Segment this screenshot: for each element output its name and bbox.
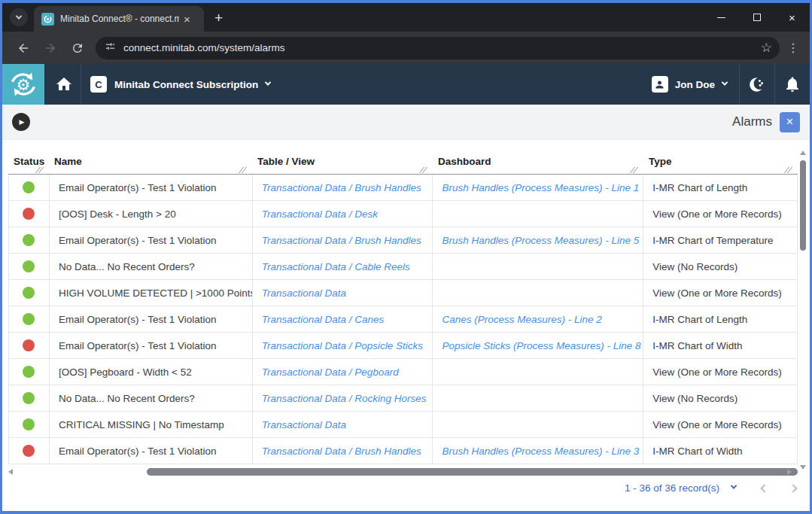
table-row[interactable]: Email Operator(s) - Test 1 Violation Tra… (8, 175, 798, 201)
status-dot (23, 392, 35, 404)
page-toolbar: ▶ Alarms × (2, 105, 810, 140)
table-view-link[interactable]: Transactional Data (262, 287, 346, 299)
alarm-type: I-MR Chart of Length (643, 175, 798, 200)
dashboard-cell (433, 254, 643, 279)
horizontal-scrollbar[interactable] (2, 467, 798, 476)
scroll-up-arrow-icon[interactable] (800, 151, 806, 155)
table-view-link[interactable]: Transactional Data / Brush Handles (262, 182, 421, 193)
dashboard-link[interactable]: Brush Handles (Process Measures) - Line … (442, 235, 639, 246)
horizontal-scrollbar-thumb[interactable] (147, 468, 798, 476)
browser-menu-icon[interactable]: ⋮ (784, 41, 802, 55)
alarm-type: View (One or More Records) (643, 201, 798, 227)
table-view-link[interactable]: Transactional Data (262, 419, 346, 430)
alarm-name: CRITICAL MISSING | No Timestamp (50, 412, 253, 437)
scroll-left-arrow-icon[interactable] (8, 469, 13, 475)
vertical-scrollbar[interactable] (798, 151, 808, 470)
vertical-scrollbar-thumb[interactable] (800, 160, 806, 251)
column-label: Name (54, 156, 82, 167)
dashboard-link[interactable]: Popsicle Sticks (Process Measures) - Lin… (442, 340, 640, 351)
table-row[interactable]: [OOS] Pegboard - Width < 52 Transactiona… (8, 359, 798, 385)
new-tab-button[interactable]: + (214, 11, 223, 25)
dashboard-link[interactable]: Brush Handles (Process Measures) - Line … (442, 182, 639, 193)
column-header-dashboard[interactable]: Dashboard (433, 156, 643, 174)
reload-button[interactable] (67, 38, 88, 59)
column-label: Status (14, 156, 44, 167)
column-header-table-view[interactable]: Table / View (252, 156, 433, 174)
dashboard-link[interactable]: Canes (Process Measures) - Line 2 (442, 314, 601, 325)
tab-close-icon[interactable]: × (184, 14, 190, 25)
close-alarms-button[interactable]: × (780, 112, 800, 132)
bookmark-star-icon[interactable]: ☆ (761, 40, 772, 56)
user-menu[interactable]: Jon Doe (640, 64, 739, 105)
dashboard-cell: Brush Handles (Process Measures) - Line … (433, 438, 643, 464)
status-dot (23, 208, 35, 220)
chevron-down-icon[interactable] (265, 79, 271, 85)
scroll-down-arrow-icon[interactable] (800, 465, 806, 470)
status-dot (23, 418, 35, 430)
table-row[interactable]: CRITICAL MISSING | No Timestamp Transact… (8, 412, 798, 438)
column-header-name[interactable]: Name (49, 156, 252, 174)
table-view-link[interactable]: Transactional Data / Cable Reels (262, 261, 410, 272)
alarm-type: View (One or More Records) (643, 280, 798, 306)
column-resize-handle[interactable] (784, 167, 792, 173)
dashboard-link[interactable]: Brush Handles (Process Measures) - Line … (442, 446, 639, 457)
subscription-label[interactable]: Minitab Connect Subscription (114, 79, 258, 90)
status-dot (23, 287, 35, 299)
back-button[interactable] (13, 38, 34, 59)
minitab-connect-logo-icon[interactable]: ⚙ (2, 64, 44, 105)
table-view-link[interactable]: Transactional Data / Brush Handles (262, 235, 421, 246)
next-page-button[interactable] (789, 484, 797, 492)
scroll-right-arrow-icon[interactable] (787, 469, 792, 475)
home-button[interactable] (47, 64, 81, 105)
table-view-cell: Transactional Data / Canes (253, 306, 433, 332)
column-resize-handle[interactable] (35, 167, 43, 173)
table-view-link[interactable]: Transactional Data / Brush Handles (262, 446, 421, 457)
chevron-down-icon (722, 79, 728, 85)
column-resize-handle[interactable] (419, 167, 427, 173)
table-row[interactable]: Email Operator(s) - Test 1 Violation Tra… (8, 306, 798, 333)
status-cell (9, 306, 50, 332)
status-cell (9, 385, 50, 411)
tab-search-button[interactable] (10, 8, 28, 26)
table-row[interactable]: Email Operator(s) - Test 1 Violation Tra… (8, 227, 798, 254)
table-row[interactable]: No Data... No Recent Orders? Transaction… (8, 385, 798, 412)
table-row[interactable]: HIGH VOLUME DETECTED | >1000 Points Tran… (8, 280, 798, 306)
browser-tab[interactable]: Minitab Connect® - connect.mi × (34, 6, 204, 32)
notifications-bell-button[interactable] (775, 64, 810, 105)
table-row[interactable]: Email Operator(s) - Test 1 Violation Tra… (8, 438, 798, 464)
previous-page-button[interactable] (760, 484, 768, 492)
play-button[interactable]: ▶ (12, 113, 30, 131)
column-resize-handle[interactable] (630, 167, 637, 173)
night-mode-schedule-button[interactable] (740, 64, 774, 105)
chevron-down-icon[interactable] (731, 482, 737, 488)
url-text[interactable]: connect.minitab.com/system/alarms (123, 42, 761, 53)
status-dot (23, 181, 35, 193)
column-header-type[interactable]: Type (643, 156, 798, 174)
table-view-cell: Transactional Data / Popsicle Sticks (253, 333, 433, 358)
column-header-status[interactable]: Status (8, 156, 49, 174)
column-label: Type (649, 156, 672, 167)
site-info-icon[interactable] (105, 41, 116, 55)
window-minimize-button[interactable] (704, 3, 739, 32)
table-view-link[interactable]: Transactional Data / Canes (262, 314, 385, 325)
forward-button[interactable] (40, 38, 61, 59)
address-bar[interactable]: connect.minitab.com/system/alarms ☆ (96, 37, 780, 59)
table-view-link[interactable]: Transactional Data / Pegboard (262, 366, 399, 378)
column-resize-handle[interactable] (239, 167, 246, 173)
table-view-link[interactable]: Transactional Data / Desk (262, 208, 378, 220)
alarm-name: HIGH VOLUME DETECTED | >1000 Points (50, 280, 253, 306)
table-view-link[interactable]: Transactional Data / Rocking Horses (262, 393, 427, 404)
records-count-label[interactable]: 1 - 36 of 36 record(s) (625, 482, 719, 494)
status-cell (9, 175, 50, 200)
dashboard-cell (433, 201, 643, 227)
dashboard-cell: Canes (Process Measures) - Line 2 (433, 306, 643, 332)
table-view-cell: Transactional Data / Pegboard (253, 359, 433, 385)
table-row[interactable]: Email Operator(s) - Test 1 Violation Tra… (8, 333, 798, 359)
window-maximize-button[interactable] (739, 3, 774, 32)
table-view-cell: Transactional Data / Rocking Horses (253, 385, 433, 411)
window-close-button[interactable]: × (774, 3, 810, 32)
table-view-link[interactable]: Transactional Data / Popsicle Sticks (262, 340, 423, 351)
table-view-cell: Transactional Data (253, 412, 433, 437)
table-row[interactable]: No Data... No Recent Orders? Transaction… (8, 254, 798, 280)
table-row[interactable]: [OOS] Desk - Length > 20 Transactional D… (8, 201, 798, 227)
